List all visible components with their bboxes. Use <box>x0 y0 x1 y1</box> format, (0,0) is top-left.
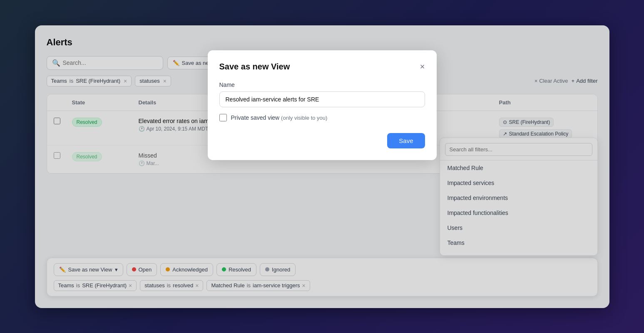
modal-close-button[interactable]: × <box>420 62 425 71</box>
modal-name-field: Name <box>219 81 425 114</box>
modal-private-row: Private saved view (only visible to you) <box>219 114 425 121</box>
save-view-modal: Save as new View × Name Private saved vi… <box>208 50 437 160</box>
modal-header: Save as new View × <box>219 62 425 72</box>
modal-private-label: Private saved view (only visible to you) <box>231 114 328 121</box>
modal-save-button[interactable]: Save <box>387 133 425 148</box>
modal-private-checkbox[interactable] <box>219 114 227 121</box>
modal-name-input[interactable] <box>219 91 425 107</box>
modal-name-label: Name <box>219 81 425 88</box>
modal-private-text: Private saved view <box>231 114 280 121</box>
main-panel: Alerts 🔍 ✏️ Save as new View ▾ Open Ack … <box>35 25 609 308</box>
modal-footer: Save <box>219 133 425 148</box>
modal-title: Save as new View <box>219 62 290 72</box>
modal-overlay: Save as new View × Name Private saved vi… <box>35 25 609 308</box>
modal-private-sublabel: (only visible to you) <box>281 115 327 121</box>
